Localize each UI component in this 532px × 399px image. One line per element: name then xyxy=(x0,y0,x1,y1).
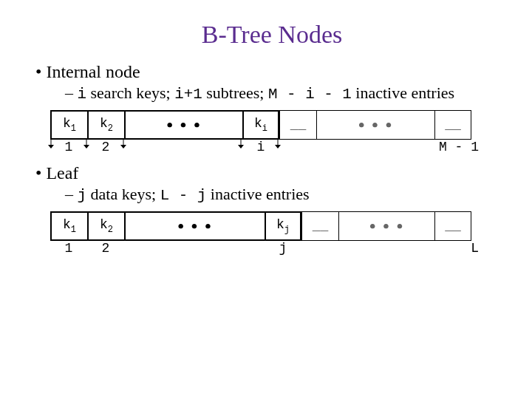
ellipsis-cell: • • • xyxy=(124,211,265,241)
code-Lj: L - j xyxy=(160,187,207,204)
bullet-leaf: Leaf xyxy=(35,163,508,183)
ellipsis-cell: • • • xyxy=(316,110,434,140)
key-cell: k1 xyxy=(50,211,87,241)
index-label: i xyxy=(242,140,279,154)
code-i: i xyxy=(78,86,87,103)
ellipsis-cell: • • • xyxy=(338,211,434,241)
key-cell: k2 xyxy=(87,211,124,241)
internal-node-row: k1 k2 • • • ki __ • • • __ 1 2 i xyxy=(50,110,508,159)
bullet-internal-text: Internal node xyxy=(46,62,140,81)
leaf-row: k1 k2 • • • kj __ • • • __ 1 2 j xyxy=(50,211,508,260)
internal-index-labels: 1 2 i M - 1 xyxy=(50,140,508,159)
index-label: M - 1 xyxy=(420,140,479,154)
inactive-cell: __ xyxy=(279,110,316,140)
key-cell: k2 xyxy=(87,110,124,140)
index-label: j xyxy=(265,241,301,256)
inactive-cell: __ xyxy=(434,110,471,140)
code-j: j xyxy=(78,187,87,204)
code-i1: i+1 xyxy=(174,86,202,103)
bullet-leaf-text: Leaf xyxy=(46,163,78,183)
index-label: L xyxy=(449,241,479,256)
ellipsis-cell: • • • xyxy=(124,110,242,140)
index-label: 1 xyxy=(50,241,87,256)
bullet-internal: Internal node xyxy=(35,62,508,82)
inactive-cell: __ xyxy=(301,211,338,241)
index-label: 2 xyxy=(87,241,124,256)
leaf-subtext: j data keys; L - j inactive entries xyxy=(65,185,508,204)
key-cell: kj xyxy=(265,211,301,241)
key-cell: k1 xyxy=(50,110,87,140)
leaf-index-labels: 1 2 j L xyxy=(50,241,508,260)
inactive-cell: __ xyxy=(434,211,471,241)
index-label: 1 xyxy=(50,140,87,154)
index-label: 2 xyxy=(87,140,124,154)
key-cell: ki xyxy=(242,110,279,140)
code-Mi1: M - i - 1 xyxy=(268,86,352,103)
internal-subtext: i search keys; i+1 subtrees; M - i - 1 i… xyxy=(65,83,508,103)
page-title: B-Tree Nodes xyxy=(35,21,508,49)
